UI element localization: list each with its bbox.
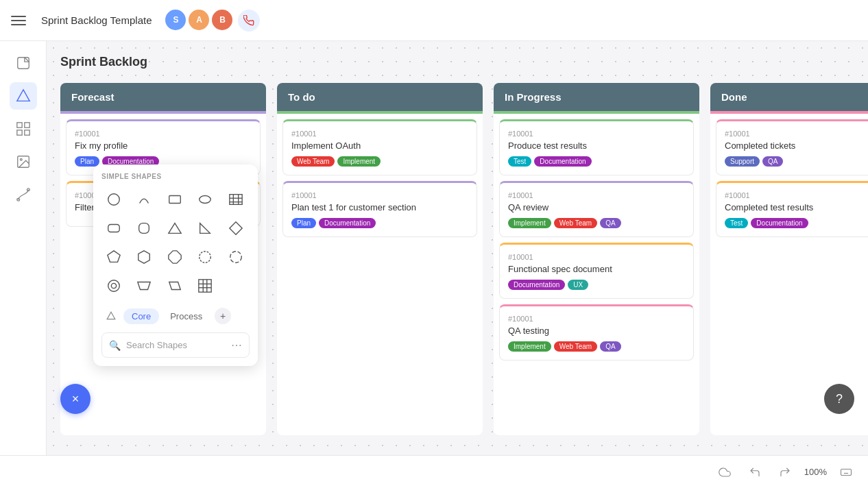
tag-plan: Plan: [291, 218, 316, 228]
shape-pentagon[interactable]: [101, 245, 126, 269]
menu-button[interactable]: [11, 10, 33, 32]
card-inprogress-4[interactable]: #10001 QA testing Implement Web Team QA: [499, 304, 694, 361]
tag-qa: QA: [762, 156, 783, 167]
search-more-icon[interactable]: ⋯: [231, 339, 242, 352]
shape-parallelogram[interactable]: [162, 273, 187, 298]
card-title: Plan test 1 for customer section: [291, 202, 468, 212]
sidebar-image-icon[interactable]: [10, 148, 37, 175]
tab-core[interactable]: Core: [123, 308, 159, 324]
tag-docs: Documentation: [534, 156, 591, 167]
shapes-panel-label: SIMPLE SHAPES: [101, 173, 250, 180]
tag-webteam: Web Team: [554, 218, 597, 228]
svg-rect-18: [108, 225, 120, 232]
shape-triangle[interactable]: [162, 216, 187, 241]
svg-point-29: [111, 283, 116, 288]
svg-marker-20: [169, 223, 181, 234]
shapes-tabs: Core Process +: [101, 306, 250, 326]
svg-rect-3: [24, 123, 29, 127]
card-tags: Implement Web Team QA: [508, 341, 685, 352]
card-title: Produce test results: [508, 141, 685, 151]
shapes-panel: SIMPLE SHAPES: [93, 164, 258, 366]
shape-hexagon[interactable]: [132, 245, 156, 269]
sidebar-sticker-icon[interactable]: [10, 49, 37, 77]
tag-implement: Implement: [508, 218, 551, 228]
shape-rectangle[interactable]: [162, 187, 187, 212]
avatar-b[interactable]: B: [212, 10, 232, 30]
tab-add-button[interactable]: +: [215, 308, 231, 324]
help-button[interactable]: ?: [824, 384, 854, 414]
tag-webteam: Web Team: [291, 156, 335, 167]
cloud-icon[interactable]: [714, 461, 736, 483]
card-done-1[interactable]: #10001 Completed tickets Support QA: [716, 119, 868, 175]
col-body-todo: #10001 Implement OAuth Web Team Implemen…: [277, 114, 483, 435]
svg-point-28: [108, 280, 120, 292]
card-title: QA testing: [508, 326, 685, 336]
col-header-done: Done: [710, 83, 868, 111]
sidebar-path-icon[interactable]: [10, 181, 37, 208]
shape-cross[interactable]: [224, 245, 248, 269]
search-shapes-bar[interactable]: 🔍 Search Shapes ⋯: [101, 332, 250, 358]
svg-rect-4: [16, 130, 21, 135]
keyboard-icon[interactable]: [835, 461, 857, 483]
card-inprogress-1[interactable]: #10001 Produce test results Test Documen…: [499, 119, 694, 175]
tag-implement: Implement: [508, 341, 551, 352]
card-title: Functional spec document: [508, 264, 685, 274]
shape-grid[interactable]: [193, 273, 217, 298]
avatar-a[interactable]: A: [189, 10, 209, 30]
card-inprogress-2[interactable]: #10001 QA review Implement Web Team QA: [499, 181, 694, 237]
fab-icon: ×: [72, 392, 80, 406]
card-tags: Test Documentation: [508, 156, 685, 167]
svg-point-12: [200, 196, 211, 204]
card-todo-2[interactable]: #10001 Plan test 1 for customer section …: [282, 181, 477, 237]
tab-process[interactable]: Process: [162, 308, 210, 324]
card-tags: Support QA: [725, 156, 868, 167]
call-button[interactable]: [238, 10, 260, 32]
svg-marker-37: [107, 312, 115, 319]
card-title: Completed tickets: [725, 141, 868, 151]
fab-button[interactable]: ×: [60, 384, 91, 414]
card-id: #10001: [508, 191, 685, 199]
sidebar-frame-icon[interactable]: [10, 115, 37, 143]
tag-docs: Documentation: [508, 280, 565, 290]
card-id: #10001: [508, 130, 685, 138]
svg-rect-5: [24, 130, 29, 135]
sprint-title: Sprint Backlog: [60, 55, 854, 69]
shape-diamond[interactable]: [224, 216, 248, 241]
card-id: #10001: [291, 130, 468, 138]
shape-octagon[interactable]: [162, 245, 187, 269]
shape-donut[interactable]: [101, 273, 126, 298]
shape-table[interactable]: [224, 187, 248, 212]
svg-marker-22: [229, 222, 241, 234]
shape-star[interactable]: [193, 245, 217, 269]
sidebar-shapes-icon[interactable]: [10, 82, 37, 110]
tag-plan: Plan: [75, 156, 99, 167]
redo-button[interactable]: [774, 461, 796, 483]
svg-rect-11: [169, 196, 181, 204]
tag-test: Test: [725, 218, 748, 228]
svg-marker-1: [16, 90, 29, 101]
svg-marker-21: [200, 223, 210, 234]
tag-ux: UX: [568, 280, 588, 290]
shape-circle[interactable]: [101, 187, 126, 212]
svg-marker-31: [169, 282, 181, 290]
tag-qa: QA: [600, 218, 620, 228]
canvas[interactable]: Sprint Backlog Forecast #10001 Fix my pr…: [47, 41, 868, 455]
shape-rounded-rect[interactable]: [101, 216, 126, 241]
card-tags: Web Team Implement: [291, 156, 468, 167]
undo-button[interactable]: [744, 461, 766, 483]
shape-trapezoid[interactable]: [132, 273, 156, 298]
avatar-s[interactable]: S: [165, 10, 186, 30]
card-id: #10001: [725, 130, 868, 138]
card-inprogress-3[interactable]: #10001 Functional spec document Document…: [499, 243, 694, 299]
shape-squircle[interactable]: [132, 216, 156, 241]
shape-arc[interactable]: [132, 187, 156, 212]
card-id: #10001: [75, 130, 252, 138]
card-done-2[interactable]: #10001 Completed test results Test Docum…: [716, 181, 868, 237]
shape-ellipse[interactable]: [193, 187, 217, 212]
svg-marker-23: [108, 251, 120, 263]
card-id: #10001: [725, 191, 868, 199]
shapes-tab-icon[interactable]: [101, 306, 121, 326]
shape-right-triangle[interactable]: [193, 216, 217, 241]
search-placeholder: Search Shapes: [126, 340, 226, 350]
card-todo-1[interactable]: #10001 Implement OAuth Web Team Implemen…: [282, 119, 477, 175]
